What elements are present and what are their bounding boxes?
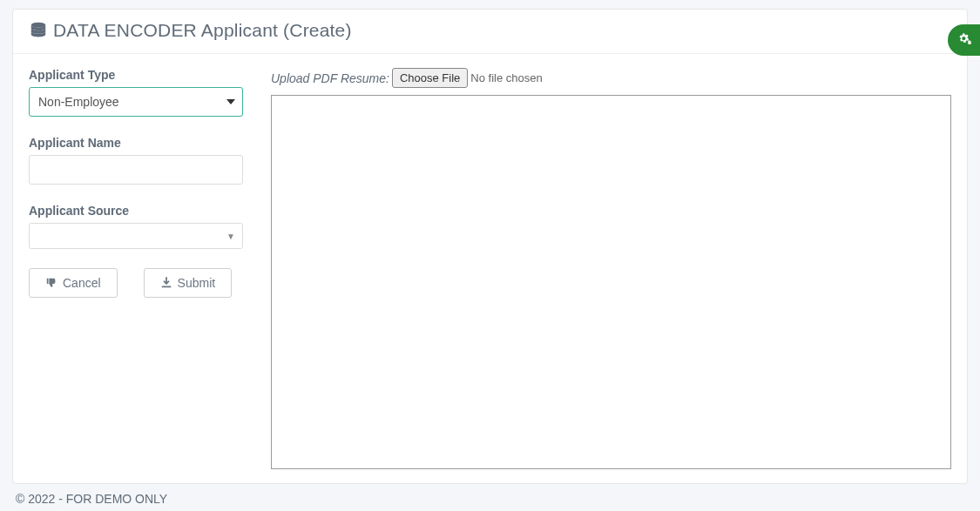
submit-button[interactable]: Submit — [144, 268, 233, 298]
cancel-button-label: Cancel — [63, 276, 101, 290]
upload-label: Upload PDF Resume: — [271, 71, 389, 85]
submit-button-label: Submit — [178, 276, 216, 290]
footer-text: © 2022 - FOR DEMO ONLY — [16, 492, 167, 506]
applicant-source-label: Applicant Source — [29, 204, 243, 218]
form-column: Applicant Type Non-Employee Applicant Na… — [29, 68, 243, 469]
panel-body: Applicant Type Non-Employee Applicant Na… — [13, 54, 967, 483]
applicant-type-select[interactable]: Non-Employee — [29, 87, 243, 117]
applicant-name-label: Applicant Name — [29, 136, 243, 150]
svg-point-0 — [31, 23, 46, 28]
settings-fab[interactable] — [948, 24, 980, 56]
download-icon — [160, 277, 172, 289]
cancel-button[interactable]: Cancel — [29, 268, 118, 298]
form-button-row: Cancel Submit — [29, 268, 243, 298]
applicant-name-group: Applicant Name — [29, 136, 243, 185]
database-icon — [29, 21, 48, 40]
page-title: DATA ENCODER Applicant (Create) — [53, 20, 352, 41]
pdf-preview-area — [271, 95, 951, 469]
applicant-source-select[interactable]: ▼ — [29, 223, 243, 249]
thumbs-down-icon — [45, 277, 57, 289]
main-panel: DATA ENCODER Applicant (Create) Applican… — [12, 9, 968, 484]
upload-row: Upload PDF Resume: Choose File No file c… — [271, 68, 951, 88]
upload-column: Upload PDF Resume: Choose File No file c… — [271, 68, 951, 469]
panel-header: DATA ENCODER Applicant (Create) — [13, 10, 967, 54]
applicant-name-input[interactable] — [29, 155, 243, 185]
applicant-type-label: Applicant Type — [29, 68, 243, 82]
choose-file-button[interactable]: Choose File — [392, 68, 468, 88]
gears-icon — [956, 30, 974, 50]
chevron-down-icon: ▼ — [226, 232, 235, 241]
applicant-source-group: Applicant Source ▼ — [29, 204, 243, 249]
file-status-text: No file chosen — [470, 71, 542, 84]
applicant-type-group: Applicant Type Non-Employee — [29, 68, 243, 117]
